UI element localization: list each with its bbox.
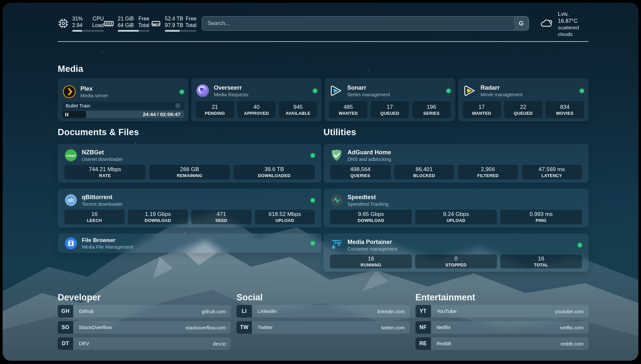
cpu-usage-bar	[72, 30, 104, 32]
stat-ping: 0.993 ms PING	[500, 210, 582, 224]
disk-total-label: Total	[185, 22, 197, 29]
stat-seed: 471 SEED	[191, 210, 252, 224]
disk-icon	[150, 18, 162, 29]
status-dot	[311, 198, 315, 202]
stat-blocked: 86,401 BLOCKED	[394, 165, 455, 179]
bookmark-name: Netflix	[431, 324, 451, 330]
qbittorrent-icon: qb	[64, 194, 77, 207]
service-name: Plex	[80, 85, 108, 93]
service-desc: Usenet downloader	[82, 156, 123, 162]
overseerr-icon	[196, 84, 210, 98]
bookmark-netflix[interactable]: NF Netflix netflix.com	[415, 321, 589, 334]
stat-series: 196 SERIES	[412, 101, 450, 118]
cpu-load-value: 2.94	[72, 22, 82, 29]
bookmark-url: stackoverflow.com	[186, 325, 231, 330]
disk-monitor: 52.4 TBFree 97.9 TBTotal	[150, 14, 197, 33]
stat-stopped: 0 STOPPED	[415, 255, 497, 268]
bookmark-group-social: Social LI LinkedIn linkedin.com TW Twitt…	[236, 292, 410, 353]
bookmark-url: twitter.com	[381, 325, 410, 330]
stat-rate: 744.21 Mbps RATE	[64, 165, 146, 179]
bookmark-twitter[interactable]: TW Twitter twitter.com	[236, 321, 410, 334]
stat-filtered: 2,956 FILTERED	[458, 165, 518, 179]
stat-latency: 47.569 ms LATENCY	[522, 165, 582, 179]
speedtest-icon	[330, 194, 343, 207]
cloud-icon	[539, 16, 554, 32]
search-engine-button[interactable]: G	[513, 16, 529, 30]
memory-usage-bar	[118, 30, 149, 32]
service-desc: Media File Management	[82, 244, 133, 250]
memory-total-label: Total	[138, 22, 149, 29]
bookmark-stackoverflow[interactable]: SO StackOverflow stackoverflow.com	[58, 321, 231, 334]
service-name: Media Portainer	[348, 238, 398, 246]
bookmark-abbr: GH	[58, 305, 73, 318]
bookmark-name: Reddit	[431, 341, 451, 347]
section-title-media: Media	[58, 64, 83, 74]
stat-wanted: 485 WANTED	[329, 101, 367, 118]
service-name: Sonarr	[347, 84, 390, 92]
status-dot	[578, 243, 582, 247]
bookmark-abbr: LI	[236, 305, 252, 318]
status-dot	[446, 89, 451, 93]
stat-download: 9.65 Gbps DOWNLOAD	[330, 210, 412, 224]
now-playing-row: Bullet Train	[62, 102, 184, 109]
disk-free-value: 52.4 TB	[165, 15, 183, 22]
service-card-plex[interactable]: Plex Media server Bullet Train	[58, 78, 189, 121]
service-name: AdGuard Home	[348, 149, 391, 156]
section-title-documents: Documents & Files	[58, 127, 139, 137]
service-card-nzbget[interactable]: nzbget NZBGet Usenet downloader 744.21 M…	[58, 144, 321, 183]
service-card-overseerr[interactable]: Overseerr Media Requests 21 PENDING 40 A…	[191, 78, 322, 121]
service-card-sonarr[interactable]: Sonarr Series management 485 WANTED 17 Q…	[324, 78, 455, 121]
bookmark-name: StackOverflow	[73, 324, 112, 330]
portainer-icon	[330, 238, 343, 252]
bookmark-name: Github	[73, 308, 94, 314]
service-card-adguard[interactable]: AdGuard Home DNS and adblocking 498,564 …	[323, 144, 589, 183]
bookmark-linkedin[interactable]: LI LinkedIn linkedin.com	[236, 305, 410, 318]
stat-remaining: 266 GB REMAINING	[149, 165, 230, 179]
memory-free-value: 21 GiB	[118, 15, 134, 22]
filebrowser-icon	[64, 237, 77, 250]
media-cards-row: Plex Media server Bullet Train	[58, 78, 589, 121]
service-card-portainer[interactable]: Media Portainer Container management 16 …	[323, 233, 589, 272]
stat-running: 16 RUNNING	[330, 255, 412, 268]
bookmark-url: youtube.com	[555, 309, 589, 314]
service-card-qbittorrent[interactable]: qb qBittorrent Torrent downloader 16 LEE…	[58, 189, 321, 228]
bookmark-youtube[interactable]: YT YouTube youtube.com	[415, 305, 589, 318]
stat-leech: 16 LEECH	[64, 210, 125, 224]
adguard-icon	[330, 149, 343, 162]
bookmark-url: linkedin.com	[377, 309, 410, 314]
stat-download: 1.19 Gbps DOWNLOAD	[128, 210, 188, 224]
stat-available: 945 AVAILABLE	[279, 101, 317, 118]
bookmark-dev[interactable]: DT DEV dev.to	[58, 337, 231, 350]
service-name: Speedtest	[348, 194, 388, 201]
now-playing-title: Bullet Train	[66, 103, 90, 108]
status-dot	[311, 153, 315, 158]
service-card-speedtest[interactable]: Speedtest Speedtest Tracking 9.65 Gbps D…	[323, 189, 589, 228]
bookmark-github[interactable]: GH Github github.com	[58, 305, 231, 318]
utilities-column: AdGuard Home DNS and adblocking 498,564 …	[323, 144, 589, 272]
service-desc: DNS and adblocking	[348, 156, 391, 162]
service-desc: Media Requests	[214, 92, 249, 98]
bookmark-name: DEV	[73, 341, 89, 347]
plex-icon	[62, 85, 76, 99]
bookmark-name: Twitter	[252, 324, 273, 330]
service-name: Overseerr	[214, 84, 249, 92]
search-input[interactable]	[202, 16, 513, 30]
bookmark-reddit[interactable]: RE Reddit reddit.com	[415, 337, 589, 350]
status-dot	[180, 90, 184, 94]
section-title-entertainment: Entertainment	[415, 292, 589, 303]
cpu-icon	[58, 18, 69, 29]
service-desc: Speedtest Tracking	[348, 201, 388, 207]
documents-column: nzbget NZBGet Usenet downloader 744.21 M…	[58, 144, 321, 253]
service-card-filebrowser[interactable]: File Browser Media File Management	[58, 233, 321, 253]
service-card-radarr[interactable]: Radarr Movie management 17 WANTED 22 QUE…	[458, 78, 589, 121]
stat-pending: 21 PENDING	[196, 101, 234, 118]
bookmark-url: reddit.com	[561, 341, 589, 347]
header: 31%CPU 2.94Load 21 GiBFree 64 GiBTotal	[58, 14, 589, 34]
service-desc: Movie management	[481, 92, 523, 98]
bookmark-abbr: DT	[58, 337, 73, 350]
bookmark-group-entertainment: Entertainment YT YouTube youtube.com NF …	[415, 292, 589, 353]
stat-approved: 40 APPROVED	[237, 101, 276, 118]
weather-condition: scattered clouds	[558, 24, 589, 38]
cpu-usage-value: 31%	[72, 15, 83, 22]
disk-usage-bar	[165, 30, 197, 32]
